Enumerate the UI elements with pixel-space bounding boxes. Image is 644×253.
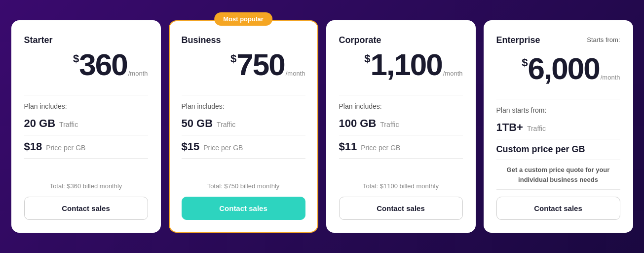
- feature-label: Traffic: [380, 121, 399, 128]
- feature-value: 50 GB: [182, 117, 213, 130]
- price-amount: 6,000: [528, 53, 600, 84]
- total-label: Total: $750 billed monthly: [182, 176, 305, 190]
- plan-name: Starter: [24, 35, 148, 45]
- feature-label: Traffic: [217, 121, 235, 128]
- total-label: Total: $360 billed monthly: [24, 176, 148, 190]
- plan-name: Corporate: [339, 35, 463, 45]
- feature-label: Price per GB: [203, 144, 243, 152]
- price-symbol: $: [364, 53, 370, 64]
- price-amount: 1,100: [371, 49, 442, 80]
- feature-value: $15: [182, 140, 200, 153]
- feature-row: $18 Price per GB: [24, 140, 148, 159]
- custom-price-desc: Get a custom price quote for your indivi…: [496, 165, 620, 190]
- price-symbol: $: [73, 53, 79, 64]
- plan-card-corporate: Corporate $ 1,100 /month Plan includes: …: [326, 20, 476, 233]
- price-period: /month: [128, 70, 148, 77]
- price-row: $ 750 /month: [182, 49, 305, 80]
- plan-card-starter: Starter $ 360 /month Plan includes: 20 G…: [11, 20, 161, 233]
- price-period: /month: [443, 70, 463, 77]
- plan-includes-label: Plan includes:: [339, 102, 463, 110]
- feature-label: Traffic: [59, 121, 78, 128]
- plan-includes-label: Plan includes:: [182, 102, 305, 110]
- total-label: Total: $1100 billed monthly: [339, 176, 463, 190]
- plan-name: Enterprise: [496, 35, 540, 45]
- starts-from-label: Starts from:: [587, 36, 620, 43]
- contact-sales-button[interactable]: Contact sales: [24, 197, 148, 220]
- price-row: $ 1,100 /month: [339, 49, 463, 80]
- price-amount: 750: [236, 49, 284, 80]
- price-period: /month: [286, 70, 305, 77]
- feature-value: $11: [339, 140, 357, 153]
- feature-row: $11 Price per GB: [339, 140, 463, 159]
- feature-row: 50 GB Traffic: [182, 117, 305, 135]
- plan-includes-label: Plan starts from:: [496, 106, 620, 114]
- divider: [24, 95, 148, 95]
- price-symbol: $: [230, 53, 236, 64]
- feature-value: $18: [24, 140, 42, 153]
- price-period: /month: [601, 74, 620, 81]
- feature-label: Price per GB: [361, 144, 400, 152]
- feature-value: 1TB+: [496, 121, 523, 134]
- feature-row: 100 GB Traffic: [339, 117, 463, 135]
- divider: [339, 95, 463, 95]
- price-symbol: $: [522, 57, 528, 68]
- contact-sales-button[interactable]: Contact sales: [496, 197, 620, 220]
- feature-label: Price per GB: [46, 144, 85, 152]
- feature-row: $15 Price per GB: [182, 140, 305, 159]
- plan-card-business: Most popularBusiness $ 750 /month Plan i…: [169, 20, 318, 233]
- feature-row: 20 GB Traffic: [24, 117, 148, 135]
- feature-value: 100 GB: [339, 117, 377, 130]
- contact-sales-button[interactable]: Contact sales: [182, 197, 305, 220]
- plan-card-enterprise: Enterprise Starts from: $ 6,000 /month P…: [484, 20, 633, 233]
- custom-price-title: Custom price per GB: [496, 144, 620, 160]
- divider: [182, 95, 305, 95]
- price-row: $ 360 /month: [24, 49, 148, 80]
- divider: [496, 99, 620, 99]
- plan-name: Business: [182, 35, 305, 45]
- feature-label: Traffic: [527, 125, 546, 132]
- price-amount: 360: [79, 49, 127, 80]
- plans-container: Starter $ 360 /month Plan includes: 20 G…: [11, 20, 633, 233]
- feature-value: 20 GB: [24, 117, 56, 130]
- plan-includes-label: Plan includes:: [24, 102, 148, 110]
- price-row: $ 6,000 /month: [496, 53, 620, 84]
- feature-row: 1TB+ Traffic: [496, 121, 620, 139]
- contact-sales-button[interactable]: Contact sales: [339, 197, 463, 220]
- most-popular-badge: Most popular: [214, 12, 272, 26]
